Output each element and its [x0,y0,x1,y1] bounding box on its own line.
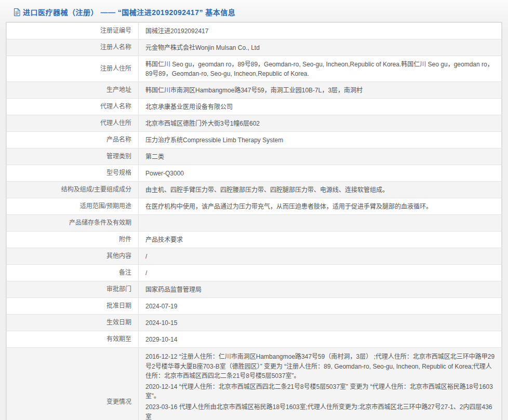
row-label: 注册证编号 [7,23,139,39]
table-row: 适用范围/预期用途 在医疗机构中使用，该产品通过为压力带充气，从而压迫患者肢体，… [7,198,502,215]
row-value: 第二类 [139,148,502,165]
change-record-paragraph: 2016-12-12 “注册人住所：仁川市南洞区Hambangmoe路347号5… [145,351,496,382]
info-panel: 注册证编号 国械注进20192092417 注册人名称 元金物产株式会社Wonj… [6,22,502,420]
row-label: 型号规格 [7,165,139,182]
row-value: 国械注进20192092417 [139,23,502,39]
table-row: 产品储存条件及有效期 [7,215,502,232]
row-label: 附件 [7,232,139,248]
table-row: 结构及组成/主要组成成分 由主机、四腔手臂压力带、四腔腰部压力带、四腔腿部压力带… [7,182,502,198]
table-row: 注册人名称 元金物产株式会社Wonjin Mulsan Co., Ltd [7,39,502,56]
row-label: 产品名称 [7,132,139,148]
table-row: 审批部门 国家药品监督管理局 [7,281,502,298]
table-row: 注册证编号 国械注进20192092417 [7,23,502,39]
table-row: 变更情况 2016-12-12 “注册人住所：仁川市南洞区Hambangmoe路… [7,348,502,420]
row-value: 北京承康基业医用设备有限公司 [139,99,502,115]
row-value: 产品技术要求 [139,232,502,248]
row-value: 在医疗机构中使用，该产品通过为压力带充气，从而压迫患者肢体，适用于促进手臂及腿部… [139,198,502,215]
row-value: / [139,248,502,265]
row-value: 2024-07-19 [139,298,502,315]
row-label: 适用范围/预期用途 [7,198,139,215]
row-label: 代理人住所 [7,115,139,132]
table-row: 注册人住所 韩国仁川 Seo gu，geomdan ro，89号89，Geomd… [7,56,502,82]
row-label: 生产地址 [7,82,139,99]
info-table-body: 注册证编号 国械注进20192092417 注册人名称 元金物产株式会社Wonj… [7,23,502,420]
row-value: 元金物产株式会社Wonjin Mulsan Co., Ltd [139,39,502,56]
change-record-paragraph: 2020-12-14 “代理人住所：北京市西城区西四北二条21号8号楼5层503… [145,382,496,402]
row-value [139,215,502,232]
row-value: 韩国仁川 Seo gu，geomdan ro，89号89，Geomdan-ro,… [139,56,502,82]
document-icon [14,8,20,16]
row-label: 生效日期 [7,315,139,331]
row-value: 韩国仁川市南洞区Hambangmoe路347号59，南洞工业园10B-7L，3层… [139,82,502,99]
page-header: 进口医疗器械（注册） —— “国械注进20192092417” 基本信息 [0,0,508,22]
row-value: 北京市西城区德胜门外大街3号1幢6层602 [139,115,502,132]
row-label: 结构及组成/主要组成成分 [7,182,139,198]
row-label: 管理类别 [7,148,139,165]
row-label: 代理人名称 [7,99,139,115]
table-row: 其他内容 / [7,248,502,265]
page-title: 进口医疗器械（注册） —— “国械注进20192092417” 基本信息 [23,7,235,17]
row-value: Power-Q3000 [139,165,502,182]
row-label: 审批部门 [7,281,139,298]
row-label: 产品储存条件及有效期 [7,215,139,232]
row-label: 有效期至 [7,331,139,348]
row-value: 2024-10-15 [139,315,502,331]
table-row: 代理人住所 北京市西城区德胜门外大街3号1幢6层602 [7,115,502,132]
table-row: 型号规格 Power-Q3000 [7,165,502,182]
row-value: 由主机、四腔手臂压力带、四腔腰部压力带、四腔腿部压力带、电源线、连接软管组成。 [139,182,502,198]
row-value: 压力治疗系统Compressible Limb Therapy System [139,132,502,148]
table-row: 批准日期 2024-07-19 [7,298,502,315]
row-label: 批准日期 [7,298,139,315]
table-row: 附件 产品技术要求 [7,232,502,248]
row-label: 注册人名称 [7,39,139,56]
info-table: 注册证编号 国械注进20192092417 注册人名称 元金物产株式会社Wonj… [6,22,502,420]
row-label: 其他内容 [7,248,139,265]
table-row: 管理类别 第二类 [7,148,502,165]
table-row: 生产地址 韩国仁川市南洞区Hambangmoe路347号59，南洞工业园10B-… [7,82,502,99]
row-label: 备注 [7,265,139,281]
change-record-paragraph: 2023-03-16 代理人住所由北京市西城区裕民路18号1603室;代理人住所… [145,402,496,420]
row-label: 变更情况 [7,348,139,420]
row-value: / [139,265,502,281]
row-value: 2029-10-14 [139,331,502,348]
table-row: 产品名称 压力治疗系统Compressible Limb Therapy Sys… [7,132,502,148]
table-row: 生效日期 2024-10-15 [7,315,502,331]
table-row: 有效期至 2029-10-14 [7,331,502,348]
row-value: 2016-12-12 “注册人住所：仁川市南洞区Hambangmoe路347号5… [139,348,502,420]
table-row: 代理人名称 北京承康基业医用设备有限公司 [7,99,502,115]
row-value: 国家药品监督管理局 [139,281,502,298]
table-row: 备注 / [7,265,502,281]
row-label: 注册人住所 [7,56,139,82]
